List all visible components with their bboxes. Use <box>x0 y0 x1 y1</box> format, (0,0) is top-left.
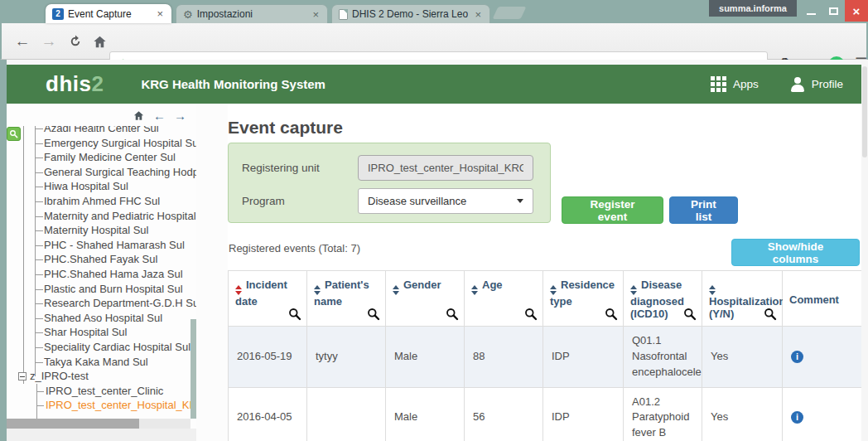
tree-item[interactable]: PHC.Shahed Hama Jaza Sul <box>7 267 196 282</box>
tree-vertical-scrollbar[interactable] <box>190 126 196 429</box>
apps-grid-icon <box>711 76 726 92</box>
tree-item[interactable]: Shahed Aso Hospital Sul <box>7 311 196 326</box>
column-search-icon[interactable] <box>683 308 697 321</box>
tab-dhis2-demo[interactable]: DHIS 2 Demo - Sierra Leo × <box>331 4 490 23</box>
page-scrollbar[interactable] <box>861 60 868 441</box>
info-icon[interactable]: i <box>791 351 803 363</box>
tree-home-icon[interactable] <box>133 109 145 122</box>
table-row[interactable]: 2016-05-19 tytyy Male 88 IDP Q01.1 Nasof… <box>229 327 862 388</box>
cell-comment: i <box>783 327 862 388</box>
column-header-gender[interactable]: Gender <box>386 271 465 327</box>
tree-item[interactable]: Research Department-G.D.H Sul <box>7 296 196 311</box>
window-badge: summa.informa <box>709 0 797 17</box>
tree-item[interactable]: Emergency Surgical Hospital Sul <box>7 136 196 151</box>
tab-impostazioni[interactable]: ⚙ Impostazioni × <box>176 4 328 23</box>
tree-item[interactable]: Maternity Hospital Sul <box>7 223 196 238</box>
column-header-residence-type[interactable]: Residence type <box>543 271 624 327</box>
tree-item[interactable]: Maternity and Pediatric Hospital F <box>7 209 196 224</box>
tree-horizontal-scrollbar[interactable] <box>7 419 190 429</box>
new-tab-button[interactable] <box>493 7 527 19</box>
reload-icon[interactable] <box>65 31 86 52</box>
tree-item[interactable]: Takya Kaka Mand Sul <box>7 355 196 370</box>
orgunit-tree: Azadi Health Center Sul Emergency Surgic… <box>7 126 196 429</box>
table-row[interactable]: 2016-04-05 Male 56 IDP A01.2 Paratyphoid… <box>229 387 862 441</box>
tab-close-icon[interactable]: × <box>155 8 165 19</box>
register-event-button[interactable]: Register event <box>562 196 663 224</box>
show-hide-columns-button[interactable]: Show/hide columns <box>731 239 860 266</box>
tree-search-button[interactable] <box>7 127 21 141</box>
sort-icon[interactable] <box>393 285 399 295</box>
tree-item-selected[interactable]: IPRO_test_center_Hospital_KRG <box>7 398 196 413</box>
cell-comment: i <box>783 387 862 441</box>
tree-item[interactable]: Speciality Cardiac Hospital Sul <box>7 340 196 355</box>
search-icon <box>9 129 18 138</box>
tree-item[interactable]: PHC.Shahed Fayak Sul <box>7 252 196 267</box>
tree-item[interactable]: IPRO_test_center_Clinic <box>7 384 196 399</box>
profile-menu[interactable]: Profile <box>790 77 843 92</box>
tree-item[interactable]: Plastic and Burn Hospital Sul <box>7 282 196 297</box>
forward-icon[interactable]: → <box>38 31 60 52</box>
tree-item[interactable]: General Surgical Teaching Hodpi <box>7 165 196 180</box>
sort-icon[interactable] <box>314 285 321 295</box>
events-table-wrap: Incident date Patient's name Gender <box>228 270 861 441</box>
tree-item[interactable]: Ibrahim Ahmed FHC Sul <box>7 194 196 209</box>
page-title: Event capture <box>228 118 861 138</box>
sort-icon[interactable] <box>471 285 478 295</box>
column-header-age[interactable]: Age <box>465 271 543 327</box>
registering-unit-field[interactable] <box>358 155 533 181</box>
apps-menu[interactable]: Apps <box>711 76 759 92</box>
column-search-icon[interactable] <box>288 308 301 321</box>
window-left-frame <box>0 60 7 441</box>
tree-item[interactable]: Family Medicine Center Sul <box>7 150 196 165</box>
cell-hospitalization: Yes <box>702 387 783 441</box>
cell-patient-name <box>307 387 386 441</box>
column-header-incident-date[interactable]: Incident date <box>229 271 307 327</box>
column-label: Disease diagnosed (ICD10) <box>630 279 684 320</box>
column-search-icon[interactable] <box>764 308 777 321</box>
column-label: Incident date <box>235 279 287 308</box>
cell-gender: Male <box>386 387 465 441</box>
program-select[interactable]: Disease surveillance <box>358 188 533 214</box>
column-search-icon[interactable] <box>605 308 618 321</box>
sort-icon[interactable] <box>630 285 637 295</box>
column-label: Age <box>482 279 503 291</box>
column-label: Residence type <box>550 279 615 308</box>
tree-forward-icon[interactable]: → <box>174 109 186 123</box>
column-search-icon[interactable] <box>367 308 380 321</box>
column-header-disease[interactable]: Disease diagnosed (ICD10) <box>624 271 702 327</box>
browser-window: 2 Event Capture × ⚙ Impostazioni × DHIS … <box>0 0 868 441</box>
profile-label: Profile <box>812 78 843 90</box>
tree-item[interactable]: Azadi Health Center Sul <box>7 126 196 136</box>
page-icon <box>339 9 348 20</box>
cell-age: 88 <box>465 327 543 388</box>
logo-number: 2 <box>91 71 104 96</box>
tree-item[interactable]: Hiwa Hospital Sul <box>7 179 196 194</box>
close-button[interactable]: × <box>845 0 868 22</box>
tab-close-icon[interactable]: × <box>473 9 483 20</box>
info-icon[interactable]: i <box>791 411 803 424</box>
tree-item[interactable]: Shar Hospital Sul <box>7 325 196 340</box>
tree-back-icon[interactable]: ← <box>153 109 166 123</box>
column-search-icon[interactable] <box>446 308 459 321</box>
tab-close-icon[interactable]: × <box>311 9 321 20</box>
column-header-hospitalization[interactable]: Hospitalization (Y/N) <box>702 271 783 327</box>
cell-residence-type: IDP <box>543 387 624 441</box>
back-icon[interactable]: ← <box>12 31 33 52</box>
tree-item-parent[interactable]: z_IPRO-test <box>7 369 196 384</box>
column-search-icon[interactable] <box>524 308 538 321</box>
column-header-patient-name[interactable]: Patient's name <box>307 271 386 327</box>
minimize-button[interactable] <box>800 0 822 22</box>
sort-icon[interactable] <box>709 285 716 295</box>
home-icon[interactable] <box>89 31 110 52</box>
app-header: dhis2 KRG Health Monitoring System Apps … <box>7 65 861 104</box>
sort-icon[interactable] <box>550 285 557 295</box>
dhis2-logo[interactable]: dhis2 <box>46 71 104 97</box>
tab-event-capture[interactable]: 2 Event Capture × <box>46 4 171 23</box>
gear-icon: ⚙ <box>183 8 193 21</box>
print-list-button[interactable]: Print list <box>669 196 738 224</box>
tree-item[interactable]: PHC - Shahed Hamarash Sul <box>7 238 196 253</box>
column-header-comment: Comment <box>783 271 862 327</box>
collapse-expander-icon[interactable] <box>18 372 27 380</box>
maximize-button[interactable] <box>822 0 844 22</box>
sort-icon-active[interactable] <box>235 285 242 295</box>
